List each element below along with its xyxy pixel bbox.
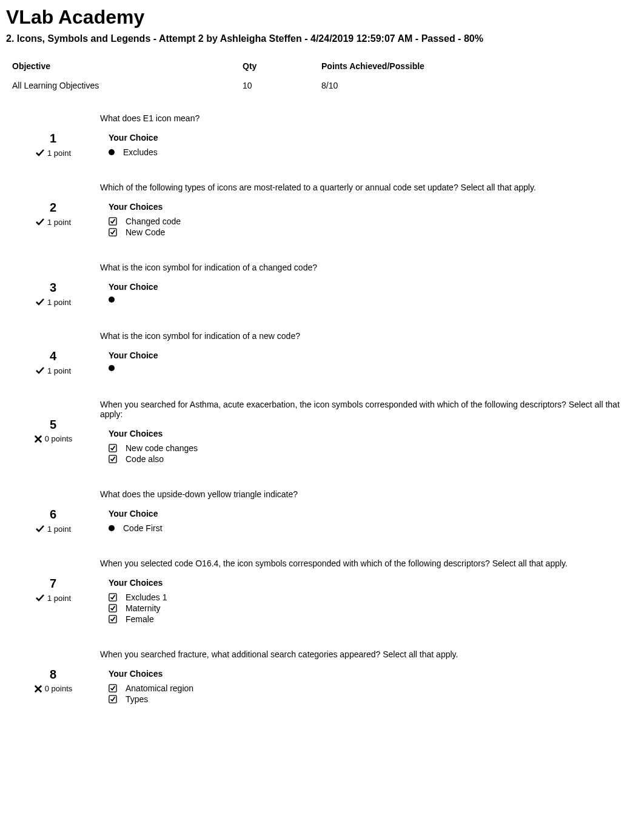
choice-text: Maternity: [126, 603, 161, 613]
points-text: 0 points: [45, 434, 73, 443]
choice-item: Maternity: [100, 603, 638, 613]
question-text: Which of the following types of icons ar…: [100, 183, 638, 192]
choice-text: New code changes: [126, 443, 198, 453]
question-right: What is the icon symbol for indication o…: [100, 263, 638, 307]
question-left: 8 0 points: [6, 649, 100, 705]
question-text: What is the icon symbol for indication o…: [100, 331, 638, 341]
choice-text: Female: [126, 614, 154, 624]
checkbox-checked-icon: [109, 444, 117, 452]
objectives-header: Objective Qty Points Achieved/Possible: [6, 56, 638, 76]
question-text: What is the icon symbol for indication o…: [100, 263, 638, 272]
question-block: 3 1 point What is the icon symbol for in…: [6, 263, 638, 307]
radio-bullet-icon: [109, 297, 115, 303]
points-text: 1 point: [47, 525, 71, 534]
question-block: 5 0 points When you searched for Asthma,…: [6, 400, 638, 465]
choice-item: Code also: [100, 454, 638, 464]
choice-item: Excludes: [100, 147, 638, 157]
header-points: Points Achieved/Possible: [321, 61, 638, 71]
question-points: 0 points: [6, 434, 100, 443]
choice-text: Excludes: [123, 147, 158, 157]
question-points: 1 point: [6, 217, 100, 227]
choice-label: Your Choice: [100, 133, 638, 143]
question-left: 5 0 points: [6, 400, 100, 465]
question-number: 4: [6, 349, 100, 363]
choice-item: Excludes 1: [100, 592, 638, 602]
choice-text: New Code: [126, 227, 165, 237]
question-right: When you searched for Asthma, acute exac…: [100, 400, 638, 465]
question-block: 6 1 point What does the upside-down yell…: [6, 489, 638, 534]
points-text: 1 point: [47, 594, 71, 603]
question-points: 1 point: [6, 593, 100, 603]
check-icon: [35, 217, 45, 227]
question-number: 1: [6, 132, 100, 146]
question-points: 1 point: [6, 297, 100, 307]
question-block: 1 1 point What does E1 icon mean? Your C…: [6, 113, 638, 158]
check-icon: [35, 297, 45, 307]
choice-item: Female: [100, 614, 638, 624]
quiz-subtitle: 2. Icons, Symbols and Legends - Attempt …: [6, 33, 638, 44]
x-icon: [34, 685, 42, 693]
question-block: 8 0 points When you searched fracture, w…: [6, 649, 638, 705]
question-number: 5: [6, 418, 100, 432]
points-text: 1 point: [47, 298, 71, 307]
question-text: When you searched fracture, what additio…: [100, 649, 638, 659]
choice-label: Your Choices: [100, 578, 638, 588]
objectives-row: All Learning Objectives 10 8/10: [6, 76, 638, 95]
question-right: Which of the following types of icons ar…: [100, 183, 638, 238]
choice-text: Changed code: [126, 216, 181, 226]
choice-label: Your Choices: [100, 202, 638, 212]
checkbox-checked-icon: [109, 228, 117, 236]
question-points: 0 points: [6, 684, 100, 693]
choice-item: Code First: [100, 523, 638, 533]
points-text: 1 point: [47, 218, 71, 227]
question-text: When you selected code O16.4, the icon s…: [100, 558, 638, 568]
check-icon: [35, 148, 45, 158]
question-number: 6: [6, 508, 100, 521]
page-title: VLab Academy: [6, 6, 638, 29]
question-text: What does E1 icon mean?: [100, 113, 638, 123]
question-left: 7 1 point: [6, 558, 100, 625]
question-points: 1 point: [6, 524, 100, 534]
question-points: 1 point: [6, 148, 100, 158]
points-text: 1 point: [47, 149, 71, 158]
choice-label: Your Choice: [100, 509, 638, 518]
question-block: 4 1 point What is the icon symbol for in…: [6, 331, 638, 375]
choice-text: Code First: [123, 523, 163, 533]
row-points: 8/10: [321, 81, 638, 90]
check-icon: [35, 593, 45, 603]
check-icon: [35, 366, 45, 375]
checkbox-checked-icon: [109, 593, 117, 602]
radio-bullet-icon: [109, 149, 115, 155]
header-qty: Qty: [243, 61, 321, 71]
question-block: 2 1 point Which of the following types o…: [6, 183, 638, 238]
question-right: When you searched fracture, what additio…: [100, 649, 638, 705]
choice-label: Your Choice: [100, 350, 638, 360]
question-right: When you selected code O16.4, the icon s…: [100, 558, 638, 625]
header-objective: Objective: [6, 61, 243, 71]
question-number: 2: [6, 201, 100, 215]
question-right: What is the icon symbol for indication o…: [100, 331, 638, 375]
choice-item: New code changes: [100, 443, 638, 453]
radio-bullet-icon: [109, 365, 115, 371]
question-text: When you searched for Asthma, acute exac…: [100, 400, 638, 419]
points-text: 1 point: [47, 366, 71, 375]
question-left: 1 1 point: [6, 113, 100, 158]
question-right: What does E1 icon mean? Your Choice Excl…: [100, 113, 638, 158]
checkbox-checked-icon: [109, 455, 117, 463]
question-right: What does the upside-down yellow triangl…: [100, 489, 638, 534]
checkbox-checked-icon: [109, 604, 117, 612]
question-left: 4 1 point: [6, 331, 100, 375]
question-number: 3: [6, 281, 100, 295]
question-number: 8: [6, 668, 100, 682]
checkbox-checked-icon: [109, 695, 117, 703]
choice-item: Changed code: [100, 216, 638, 226]
choice-item: Anatomical region: [100, 683, 638, 693]
question-text: What does the upside-down yellow triangl…: [100, 489, 638, 499]
question-left: 2 1 point: [6, 183, 100, 238]
objectives-table: Objective Qty Points Achieved/Possible A…: [6, 56, 638, 95]
question-block: 7 1 point When you selected code O16.4, …: [6, 558, 638, 625]
checkbox-checked-icon: [109, 217, 117, 226]
check-icon: [35, 524, 45, 534]
x-icon: [34, 435, 42, 443]
row-qty: 10: [243, 81, 321, 90]
